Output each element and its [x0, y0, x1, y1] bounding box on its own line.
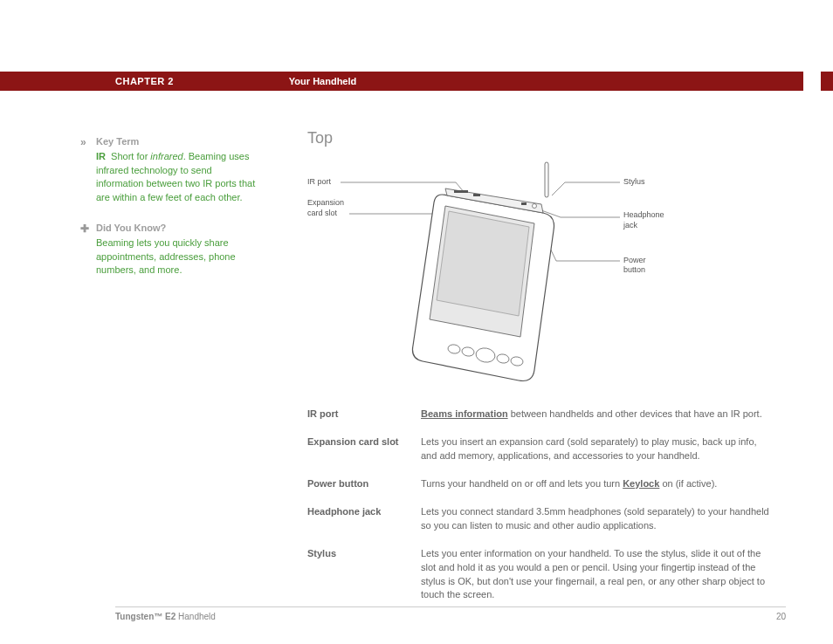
def-row: IR port Beams information between handhe… [307, 408, 770, 421]
key-term-icon: » [80, 135, 86, 150]
definitions-table: IR port Beams information between handhe… [307, 408, 770, 602]
def-row: Headphone jack Lets you connect standard… [307, 505, 770, 533]
section-title: Top [307, 129, 770, 147]
svg-rect-11 [454, 190, 468, 193]
did-you-know-body: Beaming lets you quickly share appointme… [96, 236, 262, 277]
def-term: Expansion card slot [307, 435, 421, 463]
def-term: Power button [307, 477, 421, 491]
plus-icon: ✚ [80, 222, 89, 236]
def-row: Power button Turns your handheld on or o… [307, 477, 770, 491]
page-footer: Tungsten™ E2 Handheld 20 [115, 612, 786, 621]
svg-rect-13 [521, 202, 527, 205]
chapter-header: CHAPTER 2 Your Handheld [0, 72, 833, 91]
main-content: Top IR port Expansion card slot Stylus H… [307, 129, 770, 616]
svg-point-14 [533, 204, 537, 209]
diagram-svg [307, 156, 639, 401]
svg-line-5 [552, 182, 565, 195]
key-term-block: » Key Term IR Short for infrared. Beamin… [96, 135, 262, 204]
key-term-heading: Key Term [96, 135, 262, 148]
def-desc: Lets you insert an expansion card (sold … [421, 435, 770, 463]
did-you-know-heading: Did You Know? [96, 222, 262, 235]
def-term: Headphone jack [307, 505, 421, 533]
svg-rect-10 [545, 162, 548, 197]
def-row: Stylus Lets you enter information on you… [307, 547, 770, 603]
key-term-term: IR [96, 151, 106, 161]
page-number: 20 [776, 612, 786, 621]
chapter-number: CHAPTER 2 [115, 76, 174, 86]
key-term-body: IR Short for infrared. Beaming uses infr… [96, 150, 262, 204]
sidebar: » Key Term IR Short for infrared. Beamin… [96, 135, 262, 295]
def-row: Expansion card slot Lets you insert an e… [307, 435, 770, 463]
def-desc: Lets you connect standard 3.5mm headphon… [421, 505, 770, 533]
product-name: Tungsten™ E2 Handheld [115, 612, 216, 621]
footer-divider [115, 606, 786, 607]
def-desc: Turns your handheld on or off and lets y… [421, 477, 770, 491]
def-desc: Beams information between handhelds and … [421, 408, 770, 421]
did-you-know-block: ✚ Did You Know? Beaming lets you quickly… [96, 222, 262, 277]
link-keylock[interactable]: Keylock [623, 478, 659, 489]
link-beams[interactable]: Beams information [421, 408, 508, 419]
svg-rect-12 [473, 194, 480, 196]
def-term: Stylus [307, 547, 421, 603]
def-desc: Lets you enter information on your handh… [421, 547, 770, 603]
def-term: IR port [307, 408, 421, 421]
chapter-title: Your Handheld [289, 76, 356, 86]
device-diagram: IR port Expansion card slot Stylus Headp… [307, 156, 639, 401]
